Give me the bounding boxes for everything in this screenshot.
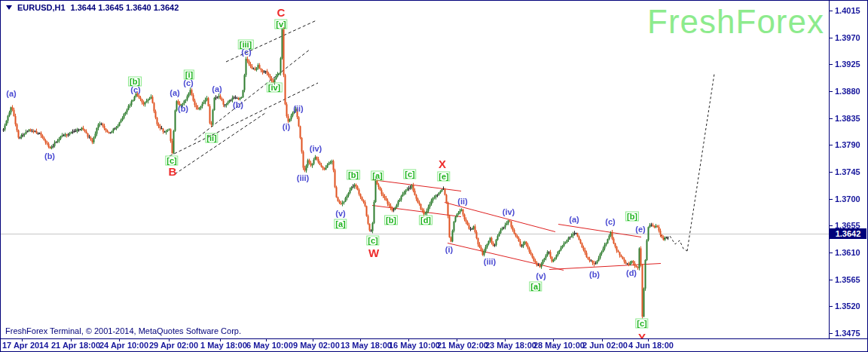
price-axis-label: 1.3610 [835, 248, 860, 257]
price-axis-label: 1.3745 [835, 167, 860, 176]
time-axis[interactable]: 17 Apr 201421 Apr 18:0024 Apr 10:0029 Ap… [0, 340, 868, 352]
chevron-down-icon[interactable] [6, 5, 12, 10]
price-axis-label: 1.4015 [835, 6, 860, 15]
price-axis-label: 1.3880 [835, 87, 860, 96]
time-axis-label: 21 Apr 18:00 [51, 341, 100, 350]
price-axis-label: 1.3565 [835, 275, 860, 284]
price-axis[interactable]: 1.40151.39701.39251.38801.38351.37901.37… [829, 0, 868, 338]
price-axis-label: 1.3970 [835, 33, 860, 42]
time-axis-label: 17 Apr 2014 [2, 341, 48, 350]
mt4-chart-window: FreshForex (a)(b)[b](c)[c]B(a)(b)[i](c)[… [0, 0, 868, 352]
time-axis-label: 29 Apr 02:00 [149, 341, 198, 350]
time-axis-label: 9 May 02:00 [293, 341, 340, 350]
price-axis-label: 1.3790 [835, 140, 860, 149]
time-axis-label: 21 May 02:00 [437, 341, 488, 350]
price-axis-label: 1.3475 [835, 329, 860, 338]
time-axis-label: 13 May 18:00 [341, 341, 392, 350]
time-axis-label: 28 May 10:00 [533, 341, 585, 350]
time-axis-label: 23 May 18:00 [485, 341, 536, 350]
symbol-title: EURUSD,H1 [17, 3, 66, 12]
candlestick-chart-canvas[interactable] [0, 0, 868, 352]
current-price-tag: 1.3642 [830, 228, 866, 239]
time-axis-label: 24 Apr 10:00 [99, 341, 148, 350]
quote-ohlc: 1.3644 1.3645 1.3640 1.3642 [71, 3, 179, 12]
price-axis-label: 1.3835 [835, 114, 860, 123]
price-axis-label: 1.3700 [835, 194, 860, 204]
time-axis-label: 2 Jun 02:00 [582, 341, 628, 350]
price-axis-label: 1.3520 [835, 301, 860, 311]
price-axis-label: 1.3925 [835, 60, 860, 69]
time-axis-label: 1 May 18:00 [200, 341, 247, 350]
time-axis-label: 16 May 10:00 [389, 341, 440, 350]
time-axis-label: 4 Jun 18:00 [628, 341, 674, 350]
time-axis-label: 6 May 10:00 [246, 341, 293, 350]
copyright-text: FreshForex Terminal, © 2001-2014, MetaQu… [5, 326, 241, 335]
symbol-quote-line: EURUSD,H1 1.3644 1.3645 1.3640 1.3642 [6, 3, 179, 12]
